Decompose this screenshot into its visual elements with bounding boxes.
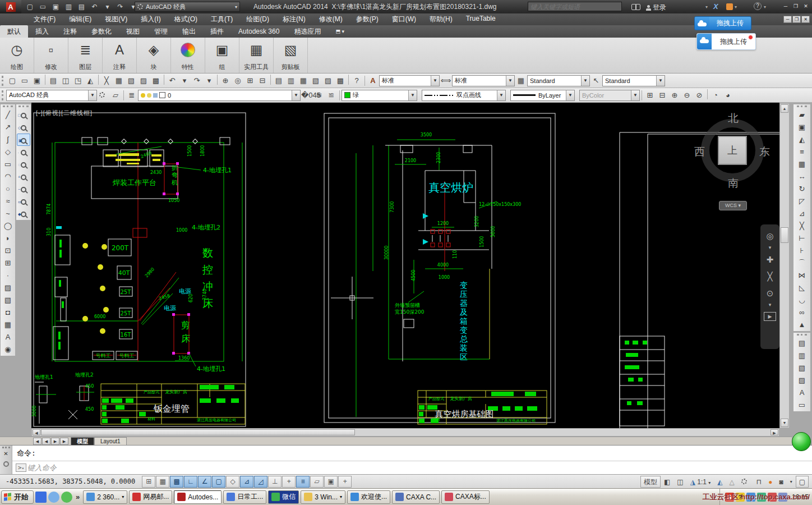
mleader-style-icon[interactable]: ↖ — [590, 75, 602, 87]
scroll-thumb[interactable] — [41, 429, 355, 435]
ribbon-tab[interactable]: 默认 — [0, 25, 28, 38]
taskbar-button[interactable]: Autodes... — [174, 490, 222, 504]
chevron-down-icon[interactable]: ▾ — [769, 302, 772, 309]
osnap-3d-toggle[interactable]: ◇ — [226, 476, 239, 488]
mtext-icon[interactable]: A — [1, 331, 15, 343]
taskbar-button[interactable]: 网易邮... — [129, 490, 172, 504]
table-style-icon[interactable]: ▦ — [515, 75, 527, 87]
ribbon-tab[interactable]: 精选应用 — [287, 25, 328, 38]
first-tab-button[interactable]: ◀ — [33, 438, 41, 445]
taskbar-button[interactable]: 欢迎使... — [347, 490, 390, 504]
array-icon[interactable]: ▦ — [795, 158, 809, 171]
dim-style-icon[interactable]: ⟺ — [440, 75, 452, 87]
workspace-settings-icon[interactable] — [97, 89, 109, 102]
ribbon-tab[interactable]: 视图 — [119, 25, 147, 38]
navigation-bar[interactable]: ◎ ▾ ✚ ╳ ⊙ ▾ ▶ — [760, 224, 779, 349]
vp-poly-icon[interactable]: ◔ — [709, 89, 722, 102]
quickprop-toggle[interactable]: ▣ — [324, 476, 338, 488]
drawing-canvas[interactable]: 焊装工作平台折弯机4-地埋孔14-地埋孔2数控冲床200T40T25T25T16… — [31, 103, 779, 428]
osnap-toggle[interactable]: ▢ — [212, 476, 225, 488]
paste-icon[interactable]: ▧ — [125, 75, 137, 87]
horizontal-scrollbar[interactable]: ◀ ▶ — [31, 428, 779, 437]
scroll-right-button[interactable]: ▶ — [771, 429, 778, 435]
vp-new-icon[interactable]: ⊞ — [644, 89, 656, 102]
erase-icon[interactable]: ▰ — [795, 109, 809, 121]
command-input[interactable]: >▾ 键入命令 — [12, 461, 812, 474]
panel-实用工具[interactable]: ▦实用工具 — [239, 38, 274, 73]
scroll-left-button[interactable]: ◀ — [33, 429, 40, 435]
panel-剪贴板[interactable]: ▧剪贴板 — [274, 38, 308, 73]
ribbon-tab[interactable]: 插入 — [28, 25, 56, 38]
quicklaunch-ie-icon[interactable] — [61, 492, 72, 503]
layer-previous-icon[interactable]: ≋ — [313, 89, 325, 102]
menu-item[interactable]: 视图(V) — [98, 13, 134, 25]
drag-upload-panel-button[interactable]: 拖拽上传 — [696, 33, 756, 50]
menu-item[interactable]: 编辑(E) — [62, 13, 98, 25]
zoom-scale-icon[interactable]: ▣ — [17, 134, 30, 146]
ribbon-tab[interactable]: 注释 — [56, 25, 84, 38]
scroll-up-button[interactable]: ▲ — [781, 104, 788, 113]
scale-icon[interactable]: ◸ — [795, 195, 809, 208]
viewcube-west[interactable]: 西 — [694, 145, 705, 159]
menu-item[interactable]: TrueTable — [459, 13, 502, 25]
new-icon[interactable]: ▢ — [24, 1, 36, 12]
zoom-out-icon[interactable]: − — [17, 183, 30, 195]
polyline-icon[interactable]: ∫ — [1, 134, 15, 146]
redo-icon[interactable]: ↷ — [114, 1, 126, 12]
toolbar-lock-icon[interactable]: ⊓ — [753, 476, 765, 488]
ellipse-icon[interactable]: ◯ — [1, 220, 15, 232]
open-icon[interactable]: ▭ — [37, 1, 49, 12]
cut-icon[interactable]: ╳ — [100, 75, 113, 87]
help-icon[interactable]: ? — [350, 75, 363, 87]
undo-icon[interactable]: ↶ — [89, 1, 100, 12]
scroll-down-button[interactable]: ▼ — [781, 419, 788, 427]
panel-注释[interactable]: A注释 — [103, 38, 137, 73]
hatch-icon[interactable]: ▨ — [1, 282, 15, 294]
properties-icon[interactable]: ▤ — [273, 75, 285, 87]
panel-修改[interactable]: ▫修改 — [34, 38, 68, 73]
fillet-icon[interactable]: ◡ — [795, 294, 809, 306]
zoom-extents-icon[interactable]: ◆ — [17, 208, 30, 220]
search-icon[interactable] — [631, 4, 640, 10]
zoom-dynamic-icon[interactable]: ◇ — [17, 121, 30, 134]
annotation-scale-button[interactable]: ◮ 1:1 ▾ — [687, 476, 714, 488]
quicklaunch-overflow[interactable]: » — [76, 493, 80, 501]
doc-minimize-button[interactable]: ─ — [783, 16, 792, 23]
menu-item[interactable]: 帮助(H) — [423, 13, 459, 25]
xline-icon[interactable]: ↗ — [1, 121, 15, 134]
point-icon[interactable]: · — [1, 269, 15, 282]
taskbar-button[interactable]: CAXA C... — [392, 490, 440, 504]
panel-块[interactable]: ◈块 — [137, 38, 171, 73]
blend-icon[interactable]: ∞ — [795, 306, 809, 319]
explode-icon[interactable]: ▲ — [795, 319, 809, 331]
ribbon-tab[interactable]: 输出 — [175, 25, 203, 38]
doc-restore-button[interactable]: ❐ — [792, 16, 801, 23]
app-menu-button[interactable]: A — [0, 0, 21, 13]
comm-center-icon[interactable] — [726, 3, 733, 10]
model-space-button[interactable]: 模型 — [640, 476, 661, 488]
trim-icon[interactable]: ╳ — [795, 220, 809, 232]
viewcube-east[interactable]: 东 — [759, 145, 770, 159]
vp-add-icon[interactable]: ⊕ — [668, 89, 681, 102]
command-window[interactable]: ✕ 命令: >▾ 键入命令 — [0, 445, 812, 474]
make-block-icon[interactable]: ⊞ — [1, 257, 15, 269]
panel-特性[interactable]: 特性 — [171, 38, 205, 73]
viewcube-top-face[interactable]: 上 — [718, 136, 747, 165]
stretch-icon[interactable]: ⊿ — [795, 208, 809, 220]
clean-screen-button[interactable]: ▢ — [796, 476, 809, 488]
redo-icon[interactable]: ↷ — [191, 75, 203, 87]
zoom-window-icon[interactable]: ⊞ — [244, 75, 256, 87]
signin-area[interactable]: 登录 — [646, 3, 666, 12]
mirror-icon[interactable]: ◭ — [795, 134, 809, 146]
chevron-down-icon[interactable]: ▾ — [735, 4, 737, 10]
panel-组[interactable]: ▣组 — [205, 38, 239, 73]
menu-item[interactable]: 文件(F) — [27, 13, 62, 25]
orbit-icon[interactable]: ⊙ — [767, 285, 774, 302]
zoom-window-icon[interactable]: □ — [17, 109, 30, 121]
ortho-toggle[interactable]: ∟ — [184, 476, 197, 488]
undo-dd-icon[interactable]: ▾ — [178, 75, 191, 87]
grid-display-toggle[interactable]: ▩ — [170, 476, 183, 488]
linetype-select[interactable]: 双点画线▼ — [422, 90, 506, 101]
viewcube-south[interactable]: 南 — [728, 176, 739, 191]
table-icon[interactable]: ▦ — [1, 319, 15, 331]
